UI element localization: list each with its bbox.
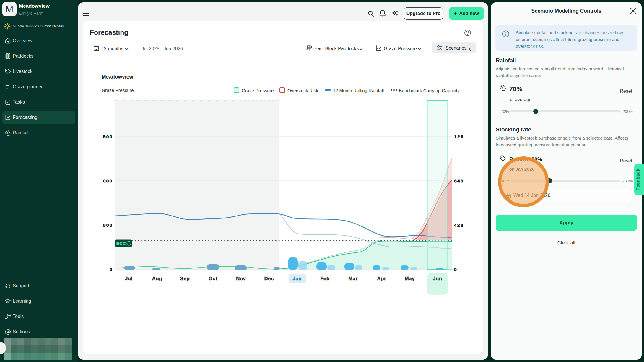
svg-text:Jul 2025 - Jun 2026: Jul 2025 - Jun 2026 [142,46,183,51]
svg-text:Aug: Aug [152,276,162,281]
svg-text:Graze Pressure: Graze Pressure [384,46,417,51]
svg-text:843: 843 [454,178,464,183]
svg-text:Sep: Sep [180,276,190,281]
svg-text:12 Month Rolling Rainfall: 12 Month Rolling Rainfall [333,88,384,93]
svg-text:500: 500 [103,223,113,228]
svg-text:12 months: 12 months [101,46,123,51]
svg-text:Meadowview: Meadowview [102,74,133,80]
svg-text:0: 0 [454,267,457,272]
svg-text:Scenarios: Scenarios [445,45,466,50]
svg-text:Graze Pressure: Graze Pressure [102,88,134,93]
svg-text:126: 126 [454,134,464,139]
svg-text:East Block Paddocks: East Block Paddocks [314,46,359,51]
svg-text:Benchmark Carrying Capacity: Benchmark Carrying Capacity [399,88,460,93]
svg-text:Jun: Jun [433,276,442,281]
svg-text:000: 000 [103,178,113,183]
svg-text:Overstock Risk: Overstock Risk [287,88,318,93]
svg-text:Oct: Oct [209,276,217,281]
svg-text:Nov: Nov [236,276,246,281]
svg-text:May: May [405,276,415,281]
svg-text:422: 422 [454,223,464,228]
svg-text:Dec: Dec [264,276,274,281]
svg-text:0: 0 [110,267,113,272]
svg-text:Feb: Feb [320,276,330,281]
svg-text:500: 500 [103,134,113,139]
svg-text:Jan: Jan [293,276,302,281]
svg-text:Apr: Apr [377,276,386,281]
svg-text:Graze Pressure: Graze Pressure [242,88,274,93]
svg-text:Mar: Mar [348,276,358,281]
svg-text:BCC: BCC [116,241,126,246]
svg-text:Jul: Jul [125,276,133,281]
